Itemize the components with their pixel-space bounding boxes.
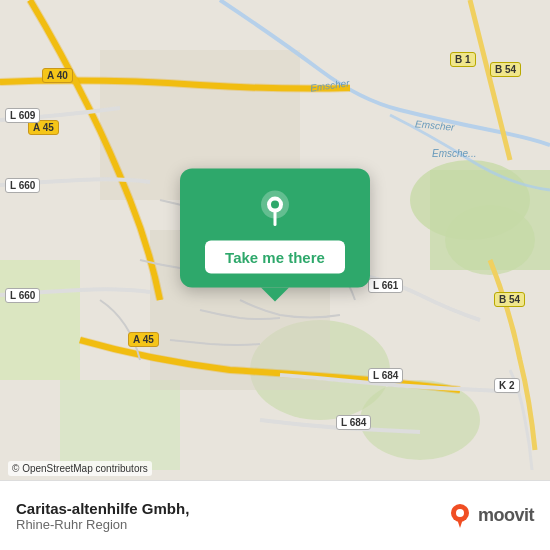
bottom-bar: Caritas-altenhilfe Gmbh, Rhine-Ruhr Regi…: [0, 480, 550, 550]
svg-point-12: [271, 201, 279, 209]
svg-rect-7: [430, 170, 550, 270]
location-pin-icon: [253, 187, 297, 231]
svg-rect-6: [60, 380, 180, 470]
osm-attribution-map: © OpenStreetMap contributors: [8, 461, 152, 476]
road-label-l661: L 661: [368, 278, 403, 293]
svg-point-15: [456, 509, 464, 517]
take-me-there-button[interactable]: Take me there: [205, 241, 345, 274]
map-container: A 40 A 45 L 609 L 5 L 660 L 660 A 45 B 1…: [0, 0, 550, 480]
road-label-b54-bot: B 54: [494, 292, 525, 307]
road-label-l609: L 609: [5, 108, 40, 123]
road-label-b1: B 1: [450, 52, 476, 67]
place-name: Caritas-altenhilfe Gmbh,: [16, 500, 189, 517]
road-label-l684-2: L 684: [336, 415, 371, 430]
road-label-b54-top: B 54: [490, 62, 521, 77]
svg-marker-14: [456, 516, 464, 528]
moovit-logo-icon: [446, 502, 474, 530]
road-label-a45-bot: A 45: [128, 332, 159, 347]
road-label-k2: K 2: [494, 378, 520, 393]
bottom-bar-info: Caritas-altenhilfe Gmbh, Rhine-Ruhr Regi…: [16, 500, 189, 532]
road-label-l660-top: L 660: [5, 178, 40, 193]
place-region: Rhine-Ruhr Region: [16, 517, 189, 532]
svg-point-5: [360, 380, 480, 460]
moovit-logo: moovit: [446, 502, 534, 530]
road-label-l684: L 684: [368, 368, 403, 383]
road-label-a40: A 40: [42, 68, 73, 83]
road-label-l660-bot: L 660: [5, 288, 40, 303]
popup-card: Take me there: [180, 169, 370, 288]
river-label-emscher3: Emsche...: [432, 148, 476, 159]
svg-rect-3: [0, 260, 80, 380]
moovit-text: moovit: [478, 505, 534, 526]
